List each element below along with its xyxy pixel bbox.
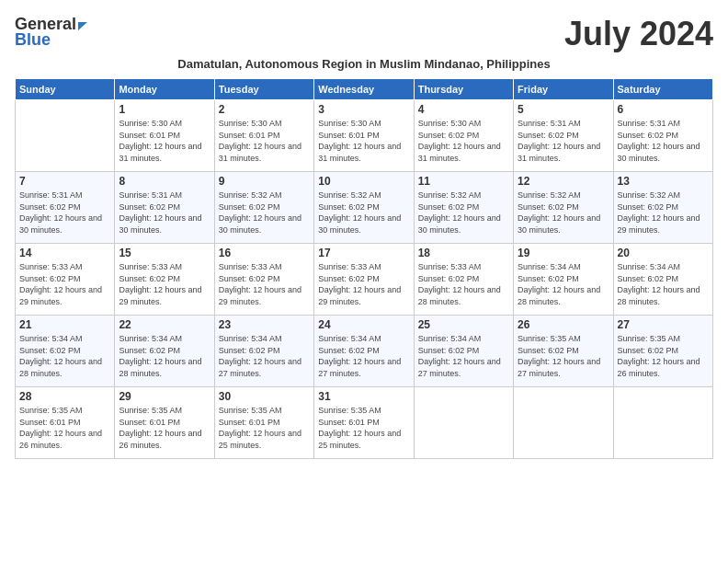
day-number: 20 [618, 247, 709, 259]
calendar-cell: 8Sunrise: 5:31 AM Sunset: 6:02 PM Daylig… [115, 172, 214, 244]
calendar-cell: 5Sunrise: 5:31 AM Sunset: 6:02 PM Daylig… [514, 100, 613, 172]
day-info: Sunrise: 5:34 AM Sunset: 6:02 PM Dayligh… [219, 333, 310, 379]
week-row-3: 14Sunrise: 5:33 AM Sunset: 6:02 PM Dayli… [16, 244, 713, 316]
calendar-cell: 15Sunrise: 5:33 AM Sunset: 6:02 PM Dayli… [115, 244, 214, 316]
calendar-cell [16, 100, 115, 172]
logo: General Blue [15, 15, 87, 50]
day-number: 17 [318, 247, 409, 259]
day-number: 14 [19, 247, 110, 259]
day-info: Sunrise: 5:30 AM Sunset: 6:01 PM Dayligh… [318, 118, 409, 164]
day-info: Sunrise: 5:35 AM Sunset: 6:02 PM Dayligh… [618, 333, 709, 379]
calendar-cell [613, 387, 712, 459]
day-number: 25 [418, 318, 509, 331]
day-info: Sunrise: 5:35 AM Sunset: 6:01 PM Dayligh… [318, 405, 409, 451]
calendar-cell: 11Sunrise: 5:32 AM Sunset: 6:02 PM Dayli… [414, 172, 513, 244]
calendar-cell: 3Sunrise: 5:30 AM Sunset: 6:01 PM Daylig… [314, 100, 414, 172]
day-number: 19 [518, 247, 609, 259]
logo-triangle-icon [78, 22, 87, 30]
day-number: 16 [219, 247, 310, 259]
day-number: 1 [119, 103, 210, 116]
calendar-subtitle: Damatulan, Autonomous Region in Muslim M… [15, 57, 713, 71]
day-number: 13 [618, 175, 709, 188]
day-info: Sunrise: 5:35 AM Sunset: 6:01 PM Dayligh… [19, 405, 110, 451]
calendar-cell: 18Sunrise: 5:33 AM Sunset: 6:02 PM Dayli… [414, 244, 513, 316]
calendar-cell: 16Sunrise: 5:33 AM Sunset: 6:02 PM Dayli… [214, 244, 313, 316]
calendar-cell: 25Sunrise: 5:34 AM Sunset: 6:02 PM Dayli… [414, 316, 513, 387]
calendar-cell: 30Sunrise: 5:35 AM Sunset: 6:01 PM Dayli… [214, 387, 313, 459]
calendar-cell: 28Sunrise: 5:35 AM Sunset: 6:01 PM Dayli… [16, 387, 115, 459]
header-wednesday: Wednesday [314, 79, 414, 100]
calendar-cell: 14Sunrise: 5:33 AM Sunset: 6:02 PM Dayli… [16, 244, 115, 316]
header-monday: Monday [115, 79, 214, 100]
week-row-5: 28Sunrise: 5:35 AM Sunset: 6:01 PM Dayli… [16, 387, 713, 459]
day-number: 21 [19, 318, 110, 331]
calendar-cell: 31Sunrise: 5:35 AM Sunset: 6:01 PM Dayli… [314, 387, 414, 459]
header-tuesday: Tuesday [214, 79, 313, 100]
header-thursday: Thursday [414, 79, 513, 100]
day-info: Sunrise: 5:31 AM Sunset: 6:02 PM Dayligh… [618, 118, 709, 164]
day-number: 27 [618, 318, 709, 331]
day-info: Sunrise: 5:32 AM Sunset: 6:02 PM Dayligh… [618, 190, 709, 236]
calendar-cell: 22Sunrise: 5:34 AM Sunset: 6:02 PM Dayli… [115, 316, 214, 387]
day-info: Sunrise: 5:31 AM Sunset: 6:02 PM Dayligh… [518, 118, 609, 164]
day-number: 5 [518, 103, 609, 116]
day-info: Sunrise: 5:32 AM Sunset: 6:02 PM Dayligh… [318, 190, 409, 236]
calendar-header-row: SundayMondayTuesdayWednesdayThursdayFrid… [16, 79, 713, 100]
day-number: 31 [318, 390, 409, 403]
calendar-cell: 12Sunrise: 5:32 AM Sunset: 6:02 PM Dayli… [514, 172, 613, 244]
day-number: 7 [19, 175, 110, 188]
header-friday: Friday [514, 79, 613, 100]
month-year-title: July 2024 [564, 15, 713, 53]
header-saturday: Saturday [613, 79, 712, 100]
calendar-cell: 24Sunrise: 5:34 AM Sunset: 6:02 PM Dayli… [314, 316, 414, 387]
calendar-cell: 7Sunrise: 5:31 AM Sunset: 6:02 PM Daylig… [16, 172, 115, 244]
day-info: Sunrise: 5:30 AM Sunset: 6:02 PM Dayligh… [418, 118, 509, 164]
calendar-cell: 2Sunrise: 5:30 AM Sunset: 6:01 PM Daylig… [214, 100, 313, 172]
day-info: Sunrise: 5:32 AM Sunset: 6:02 PM Dayligh… [518, 190, 609, 236]
week-row-4: 21Sunrise: 5:34 AM Sunset: 6:02 PM Dayli… [16, 316, 713, 387]
day-info: Sunrise: 5:34 AM Sunset: 6:02 PM Dayligh… [518, 261, 609, 307]
day-info: Sunrise: 5:35 AM Sunset: 6:02 PM Dayligh… [518, 333, 609, 379]
calendar-cell [514, 387, 613, 459]
header-sunday: Sunday [16, 79, 115, 100]
day-info: Sunrise: 5:30 AM Sunset: 6:01 PM Dayligh… [119, 118, 210, 164]
calendar-cell: 23Sunrise: 5:34 AM Sunset: 6:02 PM Dayli… [214, 316, 313, 387]
logo-blue-text: Blue [15, 30, 51, 50]
page-header: General Blue July 2024 [15, 15, 713, 53]
day-info: Sunrise: 5:30 AM Sunset: 6:01 PM Dayligh… [219, 118, 310, 164]
day-info: Sunrise: 5:34 AM Sunset: 6:02 PM Dayligh… [618, 261, 709, 307]
calendar-cell [414, 387, 513, 459]
calendar-cell: 4Sunrise: 5:30 AM Sunset: 6:02 PM Daylig… [414, 100, 513, 172]
calendar-cell: 6Sunrise: 5:31 AM Sunset: 6:02 PM Daylig… [613, 100, 712, 172]
day-number: 9 [219, 175, 310, 188]
day-info: Sunrise: 5:35 AM Sunset: 6:01 PM Dayligh… [219, 405, 310, 451]
day-number: 26 [518, 318, 609, 331]
day-number: 24 [318, 318, 409, 331]
calendar-cell: 26Sunrise: 5:35 AM Sunset: 6:02 PM Dayli… [514, 316, 613, 387]
day-number: 30 [219, 390, 310, 403]
calendar-cell: 17Sunrise: 5:33 AM Sunset: 6:02 PM Dayli… [314, 244, 414, 316]
day-number: 12 [518, 175, 609, 188]
calendar-cell: 19Sunrise: 5:34 AM Sunset: 6:02 PM Dayli… [514, 244, 613, 316]
day-number: 11 [418, 175, 509, 188]
calendar-table: SundayMondayTuesdayWednesdayThursdayFrid… [15, 78, 713, 459]
day-number: 10 [318, 175, 409, 188]
day-number: 2 [219, 103, 310, 116]
calendar-cell: 10Sunrise: 5:32 AM Sunset: 6:02 PM Dayli… [314, 172, 414, 244]
day-number: 15 [119, 247, 210, 259]
calendar-cell: 27Sunrise: 5:35 AM Sunset: 6:02 PM Dayli… [613, 316, 712, 387]
day-info: Sunrise: 5:32 AM Sunset: 6:02 PM Dayligh… [418, 190, 509, 236]
day-number: 8 [119, 175, 210, 188]
day-info: Sunrise: 5:33 AM Sunset: 6:02 PM Dayligh… [119, 261, 210, 307]
day-info: Sunrise: 5:35 AM Sunset: 6:01 PM Dayligh… [119, 405, 210, 451]
day-number: 23 [219, 318, 310, 331]
day-info: Sunrise: 5:31 AM Sunset: 6:02 PM Dayligh… [119, 190, 210, 236]
day-number: 28 [19, 390, 110, 403]
day-info: Sunrise: 5:34 AM Sunset: 6:02 PM Dayligh… [119, 333, 210, 379]
calendar-cell: 13Sunrise: 5:32 AM Sunset: 6:02 PM Dayli… [613, 172, 712, 244]
day-info: Sunrise: 5:34 AM Sunset: 6:02 PM Dayligh… [19, 333, 110, 379]
day-info: Sunrise: 5:33 AM Sunset: 6:02 PM Dayligh… [19, 261, 110, 307]
calendar-cell: 1Sunrise: 5:30 AM Sunset: 6:01 PM Daylig… [115, 100, 214, 172]
week-row-2: 7Sunrise: 5:31 AM Sunset: 6:02 PM Daylig… [16, 172, 713, 244]
day-info: Sunrise: 5:32 AM Sunset: 6:02 PM Dayligh… [219, 190, 310, 236]
